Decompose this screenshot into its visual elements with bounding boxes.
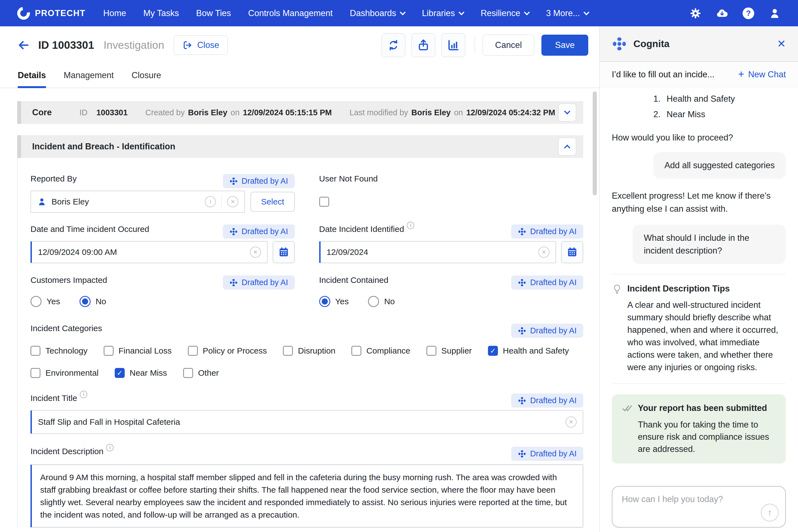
reported-by-label: Reported By	[31, 174, 77, 184]
chart-button[interactable]	[441, 33, 465, 57]
suggestion-bubble[interactable]: Add all suggested categories	[653, 152, 786, 179]
ai-icon	[518, 450, 526, 458]
category-near-miss[interactable]: ✓Near Miss	[115, 368, 167, 378]
category-compliance[interactable]: Compliance	[352, 346, 410, 356]
clear-field-icon[interactable]: ✕	[227, 196, 238, 207]
date-occurred-input[interactable]: 12/09/2024 09:00 AM ✕	[31, 241, 268, 263]
cancel-button[interactable]: Cancel	[483, 35, 534, 56]
assistant-message: How would you like to proceed?	[612, 133, 786, 143]
record-type: Investigation	[103, 39, 164, 51]
info-icon[interactable]: i	[205, 196, 216, 207]
cloud-download-icon[interactable]	[716, 7, 728, 19]
chevron-down-icon	[564, 108, 571, 114]
header-divider	[475, 36, 475, 54]
customers-impacted-yes-radio[interactable]: Yes	[31, 296, 60, 307]
settings-gear-icon[interactable]	[689, 7, 702, 19]
clear-field-icon[interactable]: ✕	[538, 247, 549, 258]
info-icon[interactable]: i	[407, 222, 414, 229]
category-disruption[interactable]: Disruption	[283, 346, 335, 356]
date-identified-input[interactable]: 12/09/2024 ✕	[319, 241, 556, 263]
incident-description-textarea[interactable]: Around 9 AM this morning, a hospital sta…	[31, 464, 583, 528]
close-record-button[interactable]: Close	[174, 36, 228, 55]
incident-description-label: Incident Description i	[31, 446, 114, 456]
user-not-found-label: User Not Found	[319, 174, 378, 184]
category-supplier[interactable]: Supplier	[426, 346, 472, 356]
incident-description-field-group: Incident Description i Drafted by AI Aro…	[31, 446, 583, 528]
date-occurred-field-group: Date and Time incident Occured Drafted b…	[31, 225, 295, 263]
send-message-button[interactable]: ↑	[761, 504, 779, 521]
refresh-button[interactable]	[382, 33, 405, 57]
drafted-by-ai-chip: Drafted by AI	[511, 276, 583, 289]
category-technology[interactable]: Technology	[31, 346, 88, 356]
drafted-by-ai-chip: Drafted by AI	[223, 174, 295, 188]
tips-block: Incident Description Tips A clear and we…	[612, 284, 786, 374]
user-avatar-icon[interactable]	[768, 7, 781, 19]
incident-contained-yes-radio[interactable]: Yes	[319, 296, 349, 307]
top-navbar: PROTECHT Home My Tasks Bow Ties Controls…	[0, 0, 798, 26]
nav-item-controls-management[interactable]: Controls Management	[248, 8, 333, 18]
cognita-logo-icon	[612, 36, 627, 51]
ai-icon	[518, 227, 526, 236]
incident-contained-field-group: Incident Contained Drafted by AI Yes No	[319, 276, 584, 309]
drafted-by-ai-chip: Drafted by AI	[511, 446, 583, 461]
select-user-button[interactable]: Select	[250, 192, 294, 212]
core-modified: Last modified by Boris Eley on 12/09/202…	[349, 108, 555, 117]
brand-name: PROTECHT	[35, 8, 86, 18]
drafted-by-ai-chip: Drafted by AI	[223, 225, 295, 239]
incident-title-input[interactable]: Staff Slip and Fall in Hospital Cafeteri…	[31, 410, 583, 434]
incident-title-label: Incident Title i	[31, 394, 87, 403]
info-icon[interactable]: i	[80, 391, 87, 398]
chat-thread-title: I’d like to fill out an incide...	[612, 70, 714, 79]
bar-chart-icon	[447, 39, 460, 52]
incident-section-bar: Incident and Breach - Identification	[17, 135, 583, 158]
core-collapse-button[interactable]	[558, 103, 576, 121]
incident-contained-no-radio[interactable]: No	[368, 296, 395, 307]
suggested-categories-list: 1.Health and Safety 2.Near Miss	[653, 91, 786, 122]
category-other[interactable]: Other	[183, 368, 219, 378]
nav-item-dashboards[interactable]: Dashboards	[350, 8, 405, 18]
record-content: Core ID 1003301 Created by Boris Eley on…	[0, 88, 599, 528]
tab-details[interactable]: Details	[18, 70, 46, 88]
share-button[interactable]	[412, 33, 435, 57]
nav-item-libraries[interactable]: Libraries	[422, 8, 463, 18]
nav-item-bow-ties[interactable]: Bow Ties	[196, 8, 231, 18]
incident-contained-label: Incident Contained	[319, 276, 388, 285]
category-environmental[interactable]: Environmental	[31, 368, 99, 378]
back-arrow-icon[interactable]	[17, 39, 30, 52]
user-not-found-field-group: User Not Found	[319, 174, 584, 213]
share-icon	[417, 39, 430, 52]
arrow-up-icon: ↑	[767, 508, 772, 518]
chevron-down-icon	[524, 10, 530, 15]
new-chat-button[interactable]: + New Chat	[738, 69, 786, 80]
main-scrollbar[interactable]	[593, 92, 597, 195]
nav-item-my-tasks[interactable]: My Tasks	[143, 8, 179, 18]
tab-management[interactable]: Management	[64, 70, 114, 88]
tips-body: A clear and well-structured incident sum…	[627, 299, 786, 374]
section-collapse-button[interactable]	[558, 138, 576, 155]
protecht-brand[interactable]: PROTECHT	[17, 7, 86, 20]
nav-item-resilience[interactable]: Resilience	[481, 8, 529, 18]
clear-field-icon[interactable]: ✕	[566, 416, 576, 428]
reported-by-input[interactable]: Boris Eley i ✕	[31, 191, 245, 213]
tab-closure[interactable]: Closure	[132, 70, 161, 88]
customers-impacted-no-radio[interactable]: No	[79, 296, 106, 307]
cognita-title: Cognita	[633, 38, 669, 49]
close-panel-icon[interactable]: ✕	[777, 38, 786, 50]
save-button[interactable]: Save	[542, 35, 588, 56]
chat-input[interactable]	[612, 487, 785, 527]
date-identified-calendar-button[interactable]	[561, 241, 583, 263]
category-financial-loss[interactable]: Financial Loss	[103, 346, 172, 356]
exit-arrow-icon	[182, 40, 192, 50]
category-health-and-safety[interactable]: ✓Health and Safety	[488, 346, 569, 356]
nav-item-home[interactable]: Home	[103, 8, 126, 18]
clear-field-icon[interactable]: ✕	[250, 247, 261, 258]
incident-categories-field-group: Incident Categories Drafted by AI Techno…	[31, 324, 583, 378]
help-icon[interactable]: ?	[743, 7, 754, 19]
date-occurred-calendar-button[interactable]	[273, 241, 295, 263]
info-icon[interactable]: i	[106, 444, 114, 451]
nav-item-more[interactable]: 3 More...	[546, 8, 589, 18]
category-policy-or-process[interactable]: Policy or Process	[188, 346, 267, 356]
user-not-found-checkbox[interactable]	[319, 197, 329, 207]
customers-impacted-field-group: Customers Impacted Drafted by AI Yes No	[31, 276, 295, 309]
plus-icon: +	[738, 69, 744, 79]
